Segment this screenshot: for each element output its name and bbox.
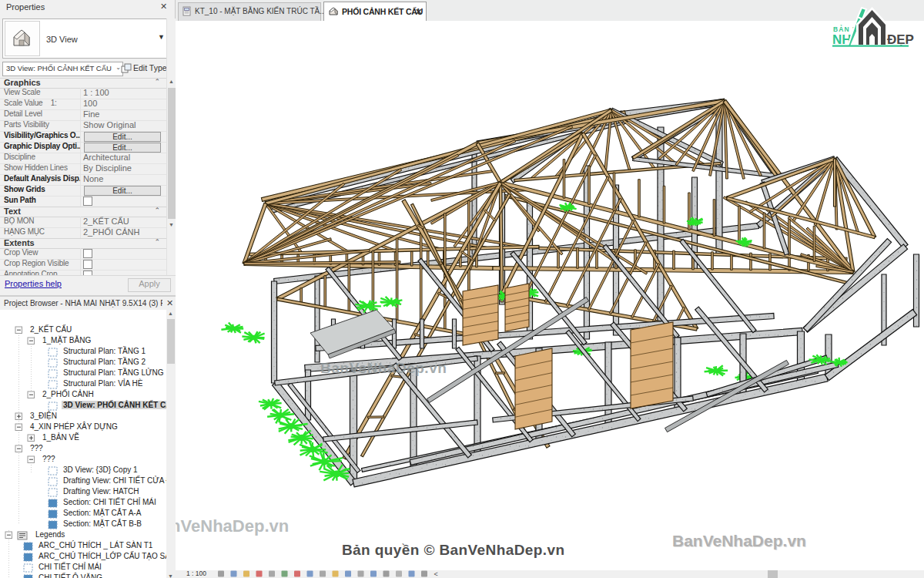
svg-text:ĐẸP: ĐẸP [887, 32, 914, 47]
svg-text:<: < [434, 570, 438, 578]
